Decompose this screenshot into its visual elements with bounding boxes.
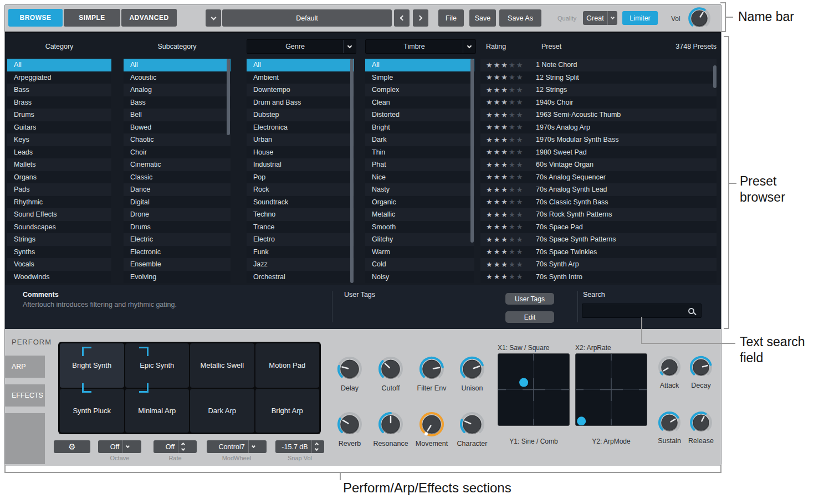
category-item[interactable]: Leads bbox=[7, 146, 111, 159]
previous-preset-button[interactable] bbox=[394, 9, 410, 27]
star-icon[interactable]: ★ bbox=[501, 161, 509, 169]
knob-dial[interactable] bbox=[337, 356, 362, 384]
star-icon[interactable]: ★ bbox=[501, 260, 509, 269]
subcategory-item[interactable]: Bass bbox=[124, 96, 231, 109]
star-icon[interactable]: ★ bbox=[486, 86, 494, 94]
genre-item[interactable]: Electronica bbox=[247, 121, 354, 134]
star-icon[interactable]: ★ bbox=[501, 235, 509, 244]
star-icon[interactable]: ★ bbox=[501, 61, 509, 69]
genre-item[interactable]: Trance bbox=[247, 221, 354, 234]
star-icon[interactable]: ★ bbox=[501, 148, 509, 156]
preset-row[interactable]: ★★★★★12 Strings bbox=[480, 84, 717, 96]
genre-item[interactable]: Ambient bbox=[247, 71, 354, 84]
star-icon[interactable]: ★ bbox=[516, 235, 524, 244]
timbre-item[interactable]: Nice bbox=[365, 171, 474, 184]
genre-item[interactable]: Industrial bbox=[247, 158, 354, 171]
rating-stars[interactable]: ★★★★★ bbox=[480, 173, 536, 181]
star-icon[interactable]: ★ bbox=[486, 73, 494, 81]
settings-button[interactable]: ⚙ bbox=[54, 440, 90, 453]
subcategory-item[interactable]: Drone bbox=[124, 208, 231, 221]
timbre-item[interactable]: Dark bbox=[365, 133, 474, 146]
rating-stars[interactable]: ★★★★★ bbox=[480, 86, 536, 94]
rating-stars[interactable]: ★★★★★ bbox=[480, 272, 536, 281]
star-icon[interactable]: ★ bbox=[501, 98, 509, 106]
star-icon[interactable]: ★ bbox=[516, 186, 524, 194]
category-item[interactable]: Vocals bbox=[7, 258, 111, 271]
category-item[interactable]: Drums bbox=[7, 109, 111, 121]
star-icon[interactable]: ★ bbox=[509, 248, 516, 256]
mode-tab-browse[interactable]: BROWSE bbox=[8, 9, 63, 27]
scrollbar[interactable] bbox=[350, 59, 354, 283]
rating-stars[interactable]: ★★★★★ bbox=[480, 260, 536, 269]
preset-row[interactable]: ★★★★★70s Space Twinkles bbox=[480, 246, 717, 259]
rating-stars[interactable]: ★★★★★ bbox=[480, 223, 536, 231]
preset-row[interactable]: ★★★★★70s Analog Synth Lead bbox=[480, 183, 717, 196]
star-icon[interactable]: ★ bbox=[516, 248, 524, 256]
star-icon[interactable]: ★ bbox=[501, 186, 509, 194]
genre-item[interactable]: Dubstep bbox=[247, 109, 354, 121]
category-item[interactable]: Sound Effects bbox=[7, 208, 111, 221]
knob-cutoff[interactable]: Cutoff bbox=[370, 356, 412, 392]
preset-row[interactable]: ★★★★★12 String Split bbox=[480, 71, 717, 84]
genre-item[interactable]: Drum and Bass bbox=[247, 96, 354, 109]
scrollbar[interactable] bbox=[470, 59, 474, 283]
scrollbar-thumb[interactable] bbox=[713, 65, 717, 88]
subcategory-item[interactable]: Bowed bbox=[124, 121, 231, 134]
star-icon[interactable]: ★ bbox=[494, 61, 502, 69]
preset-menu-button[interactable] bbox=[206, 9, 221, 27]
timbre-item[interactable]: Glitchy bbox=[365, 233, 474, 246]
genre-item[interactable]: Funk bbox=[247, 246, 354, 259]
genre-item[interactable]: Pop bbox=[247, 171, 354, 184]
knob-unison[interactable]: Unison bbox=[451, 356, 493, 392]
scrollbar[interactable] bbox=[227, 59, 230, 283]
category-item[interactable]: Keys bbox=[7, 133, 111, 146]
category-item[interactable]: Synths bbox=[7, 246, 111, 259]
stepper-arrows[interactable] bbox=[315, 443, 318, 450]
star-icon[interactable]: ★ bbox=[501, 136, 509, 144]
knob-dial[interactable] bbox=[337, 412, 362, 439]
rating-stars[interactable]: ★★★★★ bbox=[480, 148, 536, 156]
preset-row[interactable]: ★★★★★70s Synth Intro bbox=[480, 271, 717, 284]
next-preset-button[interactable] bbox=[413, 9, 428, 27]
star-icon[interactable]: ★ bbox=[509, 235, 516, 244]
star-icon[interactable]: ★ bbox=[509, 198, 516, 206]
category-item[interactable]: Pads bbox=[7, 183, 111, 196]
timbre-item[interactable]: Simple bbox=[365, 71, 474, 84]
star-icon[interactable]: ★ bbox=[486, 98, 494, 106]
star-icon[interactable]: ★ bbox=[486, 223, 494, 231]
preset-row[interactable]: ★★★★★70s Analog Sequencer bbox=[480, 171, 717, 184]
star-icon[interactable]: ★ bbox=[486, 173, 494, 181]
category-item[interactable]: Soundscapes bbox=[7, 221, 111, 234]
star-icon[interactable]: ★ bbox=[501, 198, 509, 206]
rate-stepper[interactable]: Off bbox=[153, 440, 197, 453]
knob-reverb[interactable]: Reverb bbox=[329, 412, 371, 448]
limiter-toggle-button[interactable]: Limiter bbox=[622, 11, 658, 25]
genre-item[interactable]: Techno bbox=[247, 208, 354, 221]
search-input[interactable] bbox=[582, 304, 702, 318]
rating-stars[interactable]: ★★★★★ bbox=[480, 73, 536, 81]
pad-dark-arp[interactable]: Dark Arp bbox=[190, 389, 254, 433]
star-icon[interactable]: ★ bbox=[486, 272, 494, 281]
preset-row[interactable]: ★★★★★1963 Semi-Acoustic Thumb bbox=[480, 109, 717, 121]
volume-knob[interactable] bbox=[688, 7, 711, 32]
rating-stars[interactable]: ★★★★★ bbox=[480, 248, 536, 256]
star-icon[interactable]: ★ bbox=[486, 198, 494, 206]
star-icon[interactable]: ★ bbox=[509, 223, 516, 231]
quality-dropdown[interactable]: Great bbox=[583, 11, 617, 25]
category-item[interactable]: Organs bbox=[7, 171, 111, 184]
knob-delay[interactable]: Delay bbox=[329, 356, 371, 392]
subcategory-item[interactable]: Drums bbox=[124, 221, 231, 234]
star-icon[interactable]: ★ bbox=[509, 272, 516, 281]
star-icon[interactable]: ★ bbox=[486, 248, 494, 256]
star-icon[interactable]: ★ bbox=[486, 186, 494, 194]
star-icon[interactable]: ★ bbox=[509, 98, 516, 106]
star-icon[interactable]: ★ bbox=[486, 61, 494, 69]
subcategory-item[interactable]: Electric bbox=[124, 233, 231, 246]
star-icon[interactable]: ★ bbox=[516, 173, 524, 181]
star-icon[interactable]: ★ bbox=[501, 248, 509, 256]
timbre-item[interactable]: Thin bbox=[365, 146, 474, 159]
pad-synth-pluck[interactable]: Synth Pluck bbox=[60, 389, 124, 433]
star-icon[interactable]: ★ bbox=[501, 86, 509, 94]
star-icon[interactable]: ★ bbox=[509, 123, 516, 131]
star-icon[interactable]: ★ bbox=[509, 210, 516, 219]
